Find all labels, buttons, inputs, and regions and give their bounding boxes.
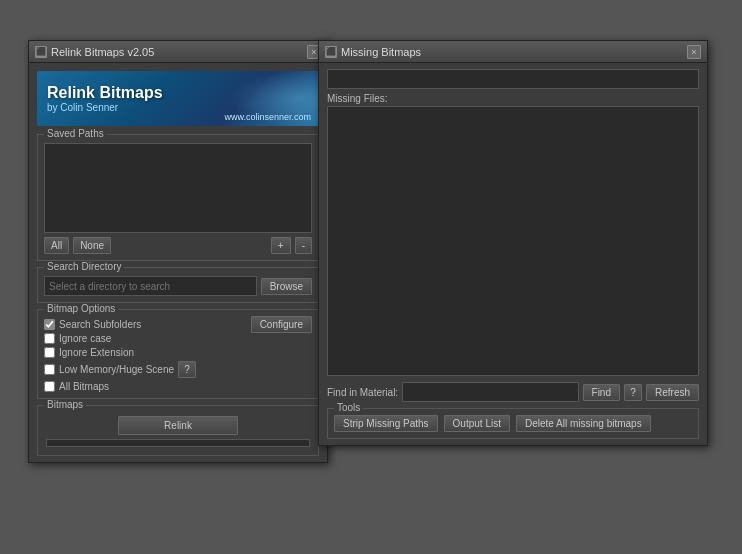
- relink-window-icon: ⬛: [35, 46, 47, 58]
- low-memory-label: Low Memory/Huge Scene: [59, 364, 174, 375]
- top-search-input[interactable]: [327, 69, 699, 89]
- all-button[interactable]: All: [44, 237, 69, 254]
- search-subfolders-label: Search Subfolders: [59, 319, 141, 330]
- find-row: Find in Material: Find ? Refresh: [327, 382, 699, 402]
- search-directory-section: Search Directory Browse: [37, 267, 319, 303]
- saved-paths-list[interactable]: [44, 143, 312, 233]
- find-material-input[interactable]: [402, 382, 578, 402]
- ignore-case-row: Ignore case: [44, 333, 196, 344]
- missing-window-icon: ⬛: [325, 46, 337, 58]
- configure-button[interactable]: Configure: [251, 316, 312, 333]
- add-path-button[interactable]: +: [271, 237, 291, 254]
- missing-files-list[interactable]: [327, 106, 699, 376]
- top-input-container: [327, 69, 699, 89]
- search-directory-input[interactable]: [44, 276, 257, 296]
- search-directory-label: Search Directory: [44, 261, 124, 272]
- ignore-extension-checkbox[interactable]: [44, 347, 55, 358]
- none-button[interactable]: None: [73, 237, 111, 254]
- relink-title-bar: ⬛ Relink Bitmaps v2.05 ×: [29, 41, 327, 63]
- bitmaps-section: Bitmaps Relink: [37, 405, 319, 456]
- banner: Relink Bitmaps by Colin Senner www.colin…: [37, 71, 319, 126]
- output-list-button[interactable]: Output List: [444, 415, 510, 432]
- search-subfolders-row: Search Subfolders: [44, 319, 196, 330]
- all-bitmaps-row: All Bitmaps: [44, 381, 196, 392]
- tools-label: Tools: [334, 402, 363, 413]
- relink-window-title: Relink Bitmaps v2.05: [51, 46, 154, 58]
- saved-paths-buttons: All None + -: [44, 237, 312, 254]
- banner-title: Relink Bitmaps: [47, 84, 163, 102]
- all-bitmaps-checkbox[interactable]: [44, 381, 55, 392]
- bitmap-options-label: Bitmap Options: [44, 303, 118, 314]
- missing-close-button[interactable]: ×: [687, 45, 701, 59]
- saved-paths-section: Saved Paths All None + -: [37, 134, 319, 261]
- missing-window-title: Missing Bitmaps: [341, 46, 421, 58]
- strip-missing-paths-button[interactable]: Strip Missing Paths: [334, 415, 438, 432]
- find-label: Find in Material:: [327, 387, 398, 398]
- all-bitmaps-label: All Bitmaps: [59, 381, 109, 392]
- bitmap-options-section: Bitmap Options Search Subfolders Ignore …: [37, 309, 319, 399]
- find-button[interactable]: Find: [583, 384, 620, 401]
- missing-title-bar: ⬛ Missing Bitmaps ×: [319, 41, 707, 63]
- banner-subtitle: by Colin Senner: [47, 102, 118, 113]
- low-memory-checkbox[interactable]: [44, 364, 55, 375]
- ignore-extension-row: Ignore Extension: [44, 347, 196, 358]
- low-memory-help-button[interactable]: ?: [178, 361, 196, 378]
- tools-section: Tools Strip Missing Paths Output List De…: [327, 408, 699, 439]
- bitmaps-label: Bitmaps: [44, 399, 86, 410]
- banner-url: www.colinsenner.com: [224, 112, 311, 122]
- ignore-extension-label: Ignore Extension: [59, 347, 134, 358]
- low-memory-row: Low Memory/Huge Scene ?: [44, 361, 196, 378]
- missing-files-label: Missing Files:: [327, 93, 699, 104]
- browse-button[interactable]: Browse: [261, 278, 312, 295]
- find-help-button[interactable]: ?: [624, 384, 642, 401]
- relink-button[interactable]: Relink: [118, 416, 238, 435]
- desktop: ⬛ Relink Bitmaps v2.05 × Relink Bitmaps …: [0, 0, 742, 554]
- progress-bar: [46, 439, 310, 447]
- refresh-button[interactable]: Refresh: [646, 384, 699, 401]
- saved-paths-label: Saved Paths: [44, 128, 107, 139]
- ignore-case-label: Ignore case: [59, 333, 111, 344]
- search-subfolders-checkbox[interactable]: [44, 319, 55, 330]
- ignore-case-checkbox[interactable]: [44, 333, 55, 344]
- relink-bitmaps-window: ⬛ Relink Bitmaps v2.05 × Relink Bitmaps …: [28, 40, 328, 463]
- delete-missing-button[interactable]: Delete All missing bitmaps: [516, 415, 651, 432]
- missing-bitmaps-window: ⬛ Missing Bitmaps × Missing Files: Find …: [318, 40, 708, 446]
- remove-path-button[interactable]: -: [295, 237, 312, 254]
